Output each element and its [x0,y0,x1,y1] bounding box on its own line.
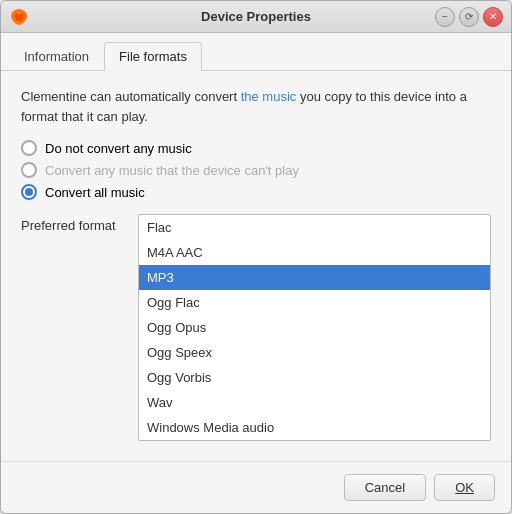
ok-button[interactable]: OK [434,474,495,501]
tab-information[interactable]: Information [9,42,104,71]
conversion-options: Do not convert any music Convert any mus… [21,136,491,200]
preferred-format-label: Preferred format [21,214,126,233]
format-item-ogg-opus[interactable]: Ogg Opus [139,315,490,340]
preferred-format-row: Preferred format Flac M4A AAC MP3 Ogg Fl… [21,214,491,441]
format-item-ogg-speex[interactable]: Ogg Speex [139,340,490,365]
tab-file-formats[interactable]: File formats [104,42,202,71]
titlebar: Device Properties − ⟳ ✕ [1,1,511,33]
dialog-footer: Cancel OK [1,461,511,513]
cancel-button[interactable]: Cancel [344,474,426,501]
window-title: Device Properties [201,9,311,24]
format-item-flac[interactable]: Flac [139,215,490,240]
format-item-ogg-flac[interactable]: Ogg Flac [139,290,490,315]
description-text: Clementine can automatically convert the… [21,87,491,126]
option-no-convert[interactable]: Do not convert any music [21,140,491,156]
minimize-button[interactable]: − [435,7,455,27]
format-item-mp3[interactable]: MP3 [139,265,490,290]
format-list[interactable]: Flac M4A AAC MP3 Ogg Flac Ogg Opus Ogg S… [138,214,491,441]
format-item-ogg-vorbis[interactable]: Ogg Vorbis [139,365,490,390]
device-properties-window: Device Properties − ⟳ ✕ Information File… [0,0,512,514]
titlebar-left [9,7,29,27]
label-all-music: Convert all music [45,185,145,200]
tab-bar: Information File formats [1,33,511,71]
radio-no-convert[interactable] [21,140,37,156]
close-button[interactable]: ✕ [483,7,503,27]
format-item-windows-media-audio[interactable]: Windows Media audio [139,415,490,440]
restore-button[interactable]: ⟳ [459,7,479,27]
clementine-icon [9,7,29,27]
format-item-m4a-aac[interactable]: M4A AAC [139,240,490,265]
radio-cant-play [21,162,37,178]
description-highlight: the music [241,89,297,104]
option-cant-play: Convert any music that the device can't … [21,162,491,178]
radio-all-music[interactable] [21,184,37,200]
format-item-wav[interactable]: Wav [139,390,490,415]
titlebar-buttons: − ⟳ ✕ [435,7,503,27]
option-all-music[interactable]: Convert all music [21,184,491,200]
tab-content: Clementine can automatically convert the… [1,71,511,461]
label-no-convert: Do not convert any music [45,141,192,156]
label-cant-play: Convert any music that the device can't … [45,163,299,178]
